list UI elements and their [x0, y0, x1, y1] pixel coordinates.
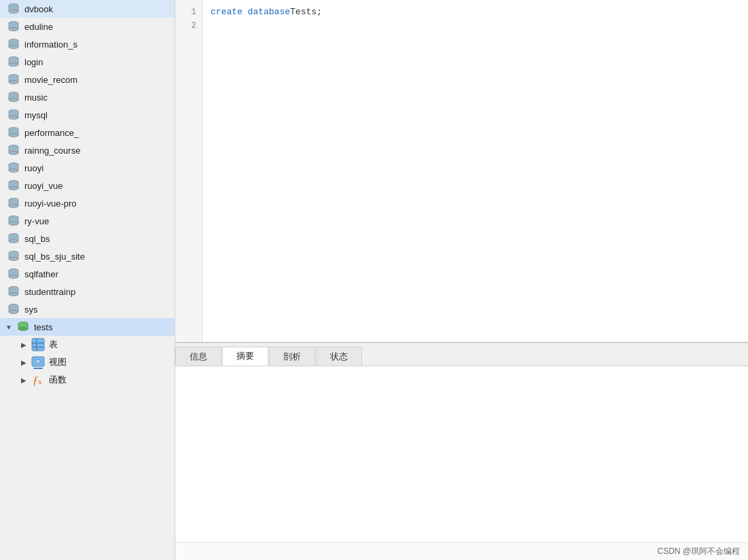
sidebar-item-sql_bs_sju_site[interactable]: sql_bs_sju_site — [0, 247, 175, 265]
sidebar-item-label: tests — [34, 322, 52, 332]
sidebar-item-label: music — [24, 92, 48, 103]
function-icon: ƒ x — [31, 373, 45, 387]
sidebar-item-ruoyi-vue-pro[interactable]: ruoyi-vue-pro — [0, 194, 175, 212]
sidebar-subitem-label: 函数 — [49, 374, 67, 386]
database-icon — [16, 320, 30, 334]
svg-point-72 — [9, 258, 18, 261]
sidebar-item-label: ruoyi — [24, 163, 43, 173]
database-icon — [7, 161, 20, 175]
code-token: Tests; — [290, 5, 322, 19]
tab-summary[interactable]: 摘要 — [222, 347, 268, 366]
sidebar-item-label: ruoyi-vue-pro — [24, 198, 77, 209]
database-icon — [7, 249, 20, 263]
sidebar-item-dvbook[interactable]: dvbook — [0, 0, 175, 18]
expand-arrow-icon: ▶ — [19, 375, 29, 385]
svg-point-67 — [9, 240, 18, 243]
editor-area[interactable]: 12 create database Tests; — [175, 0, 748, 343]
sidebar-subitem-label: 视图 — [49, 356, 67, 368]
svg-text:x: x — [38, 377, 42, 385]
svg-text:ƒ: ƒ — [33, 374, 38, 386]
table-icon — [31, 338, 45, 351]
database-icon — [7, 73, 20, 86]
svg-point-77 — [9, 275, 18, 279]
sidebar-item-label: information_s — [24, 39, 77, 50]
database-icon — [7, 302, 20, 316]
sidebar-item-label: ry-vue — [24, 216, 49, 226]
sidebar-item-label: performance_ — [24, 128, 79, 138]
sidebar-item-performance_[interactable]: performance_ — [0, 124, 175, 141]
svg-point-7 — [9, 28, 18, 31]
sidebar-item-label: sys — [24, 304, 38, 315]
tab-info[interactable]: 信息 — [175, 347, 221, 366]
svg-point-62 — [9, 222, 18, 226]
sidebar-item-sys[interactable]: sys — [0, 300, 175, 318]
expand-arrow-icon: ▶ — [19, 357, 29, 367]
sidebar-item-login[interactable]: login — [0, 53, 175, 71]
sidebar-subitem-label: 表 — [49, 338, 58, 351]
svg-rect-96 — [32, 343, 44, 344]
sidebar-item-label: sqlfather — [24, 269, 58, 279]
database-icon — [7, 55, 20, 69]
sidebar-item-ruoyi[interactable]: ruoyi — [0, 159, 175, 177]
sidebar-item-information_s[interactable]: information_s — [0, 35, 175, 53]
database-icon — [7, 196, 20, 210]
svg-point-37 — [9, 134, 18, 137]
bottom-panel: 信息摘要剖析状态 CSDN @琪阿不会编程 — [175, 343, 748, 560]
sidebar-item-tests[interactable]: ▼ tests — [0, 318, 175, 336]
svg-point-27 — [9, 99, 18, 102]
svg-point-2 — [9, 10, 18, 14]
code-line — [211, 19, 740, 33]
expand-arrow-icon: ▶ — [19, 340, 29, 349]
svg-rect-98 — [36, 338, 37, 351]
sidebar-item-sql_bs[interactable]: sql_bs — [0, 230, 175, 247]
svg-point-42 — [9, 152, 18, 155]
svg-point-101 — [37, 361, 39, 362]
sidebar-item-label: mysql — [24, 110, 48, 120]
sidebar-item-label: rainng_course — [24, 145, 80, 156]
database-icon — [7, 214, 20, 228]
code-line: create database Tests; — [211, 5, 740, 19]
svg-point-82 — [9, 293, 18, 296]
svg-rect-102 — [33, 368, 43, 369]
sidebar-subitem-tables[interactable]: ▶ 表 — [0, 336, 175, 353]
sidebar-item-ruoyi_vue[interactable]: ruoyi_vue — [0, 177, 175, 194]
footer: CSDN @琪阿不会编程 — [175, 542, 748, 560]
sidebar-item-eduline[interactable]: eduline — [0, 18, 175, 35]
tab-status[interactable]: 状态 — [316, 347, 362, 366]
database-icon — [7, 126, 20, 139]
line-number: 2 — [175, 19, 202, 33]
expand-arrow-icon: ▼ — [4, 322, 14, 332]
database-icon — [7, 37, 20, 51]
sidebar-item-label: ruoyi_vue — [24, 181, 63, 191]
code-token: create database — [211, 5, 290, 19]
code-content[interactable]: create database Tests; — [202, 0, 748, 342]
svg-point-47 — [9, 169, 18, 173]
database-icon — [7, 232, 20, 245]
sidebar-item-movie_recom[interactable]: movie_recom — [0, 71, 175, 88]
sidebar-item-label: sql_bs — [24, 234, 50, 244]
line-numbers: 12 — [175, 0, 202, 342]
sidebar-subitem-views[interactable]: ▶ 视图 — [0, 353, 175, 371]
sidebar-item-music[interactable]: music — [0, 88, 175, 106]
sidebar-item-studenttrainp[interactable]: studenttrainp — [0, 283, 175, 300]
sidebar-item-rainng_course[interactable]: rainng_course — [0, 141, 175, 159]
svg-point-92 — [18, 328, 28, 330]
sidebar-item-label: eduline — [24, 22, 53, 32]
sidebar-item-ry-vue[interactable]: ry-vue — [0, 212, 175, 230]
tab-bar: 信息摘要剖析状态 — [175, 343, 748, 366]
line-number: 1 — [175, 5, 202, 19]
results-area[interactable] — [175, 366, 748, 542]
sidebar-expandable-tests: ▼ tests▶ 表▶ 视图▶ ƒ x 函数 — [0, 318, 175, 389]
database-icon — [7, 285, 20, 298]
database-icon — [7, 90, 20, 104]
svg-point-57 — [9, 205, 18, 208]
sidebar-item-mysql[interactable]: mysql — [0, 106, 175, 124]
database-icon — [7, 267, 20, 281]
tab-profile[interactable]: 剖析 — [269, 347, 315, 366]
sidebar-item-label: movie_recom — [24, 75, 77, 85]
svg-point-22 — [9, 81, 18, 84]
sidebar-item-sqlfather[interactable]: sqlfather — [0, 265, 175, 283]
sidebar-subitem-functions[interactable]: ▶ ƒ x 函数 — [0, 371, 175, 389]
attribution-text: CSDN @琪阿不会编程 — [657, 546, 740, 556]
svg-point-17 — [9, 63, 18, 67]
